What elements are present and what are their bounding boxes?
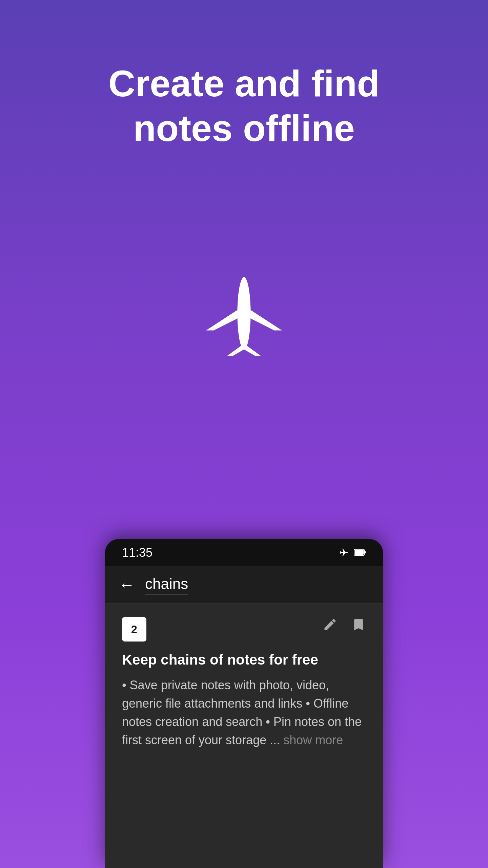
note-body: • Save private notes with photo, video, … xyxy=(122,676,366,749)
status-icons: ✈ xyxy=(339,546,366,559)
bookmark-button[interactable] xyxy=(351,617,366,635)
search-bar: ← chains xyxy=(105,566,383,604)
show-more-link[interactable]: show more xyxy=(283,733,343,747)
airplane-icon xyxy=(197,266,291,361)
status-bar: 11:35 ✈ xyxy=(105,539,383,566)
note-header: 2 xyxy=(122,617,366,642)
bottom-space xyxy=(105,766,383,868)
note-card: 2 Keep chains of notes for free xyxy=(105,604,383,766)
airplane-mode-status-icon: ✈ xyxy=(339,546,348,559)
back-button[interactable]: ← xyxy=(119,575,135,594)
hero-title: Create and find notes offline xyxy=(108,61,380,151)
battery-status-icon xyxy=(354,547,366,559)
svg-rect-3 xyxy=(355,550,364,555)
content-area: 2 Keep chains of notes for free xyxy=(105,604,383,868)
note-badge: 2 xyxy=(122,617,146,642)
svg-rect-2 xyxy=(364,551,366,553)
note-actions xyxy=(323,617,366,635)
edit-button[interactable] xyxy=(323,617,338,635)
phone-mockup: 11:35 ✈ ← chains 2 xyxy=(105,539,383,868)
hero-section: Create and find notes offline xyxy=(0,0,488,361)
status-time: 11:35 xyxy=(122,546,152,560)
search-query-display[interactable]: chains xyxy=(145,575,188,594)
note-title: Keep chains of notes for free xyxy=(122,652,366,668)
plane-container xyxy=(197,266,291,361)
